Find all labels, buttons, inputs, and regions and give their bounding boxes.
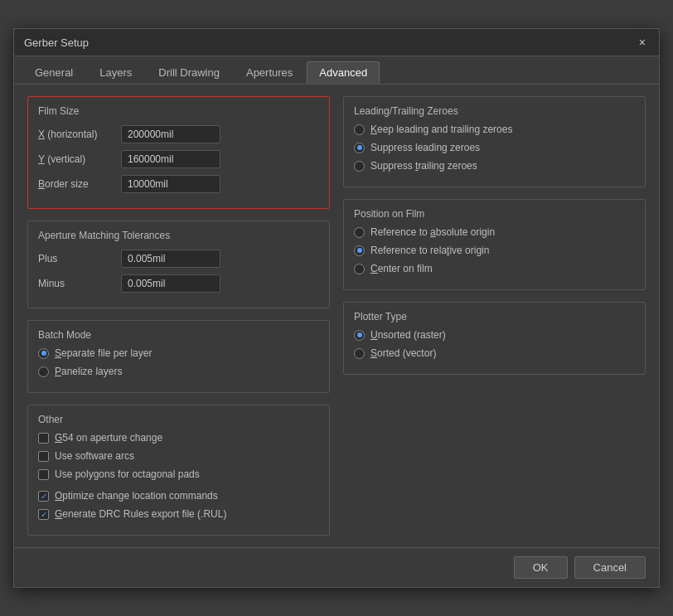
ref-relative-row[interactable]: Reference to relative origin xyxy=(354,245,635,256)
aperture-tolerances-title: Aperture Matching Tolerances xyxy=(38,230,319,241)
keep-zeroes-radio[interactable] xyxy=(354,124,365,135)
plus-label: Plus xyxy=(38,253,121,264)
close-button[interactable]: × xyxy=(636,36,649,49)
position-on-film-title: Position on Film xyxy=(354,208,635,220)
y-vertical-row: Y (vertical) xyxy=(38,150,319,168)
x-horizontal-input[interactable] xyxy=(121,125,220,143)
other-right-section: Optimize change location commands Genera… xyxy=(38,490,319,520)
tab-layers[interactable]: Layers xyxy=(87,61,144,84)
optimize-location-checkbox[interactable] xyxy=(38,491,49,502)
left-column: Film Size X (horizontal) Y (vertical) Bo… xyxy=(27,96,330,536)
ok-button[interactable]: OK xyxy=(514,556,568,579)
generate-drc-label: Generate DRC Rules export file (.RUL) xyxy=(55,508,226,520)
minus-input[interactable] xyxy=(121,274,220,293)
tab-advanced[interactable]: Advanced xyxy=(307,61,380,84)
aperture-tolerances-section: Aperture Matching Tolerances Plus Minus xyxy=(27,221,330,308)
optimize-location-label: Optimize change location commands xyxy=(55,490,218,502)
main-content: Film Size X (horizontal) Y (vertical) Bo… xyxy=(14,85,659,547)
center-on-film-row[interactable]: Center on film xyxy=(354,263,635,274)
sorted-radio[interactable] xyxy=(354,348,365,359)
plotter-type-section: Plotter Type Unsorted (raster) Sorted (v… xyxy=(343,302,646,375)
keep-zeroes-row[interactable]: Keep leading and trailing zeroes xyxy=(354,124,635,135)
ref-relative-label: Reference to relative origin xyxy=(370,245,489,256)
x-horizontal-row: X (horizontal) xyxy=(38,125,319,143)
title-bar: Gerber Setup × xyxy=(14,29,659,56)
separate-file-radio[interactable] xyxy=(38,348,49,359)
optimize-location-row[interactable]: Optimize change location commands xyxy=(38,490,319,502)
tab-general[interactable]: General xyxy=(22,61,85,84)
batch-mode-title: Batch Mode xyxy=(38,329,319,341)
other-section: Other G54 on aperture change Use softwar… xyxy=(27,405,330,536)
center-on-film-label: Center on film xyxy=(370,263,433,274)
suppress-leading-row[interactable]: Suppress leading zeroes xyxy=(354,142,635,153)
software-arcs-row[interactable]: Use software arcs xyxy=(38,450,319,462)
batch-mode-section: Batch Mode Separate file per layer Panel… xyxy=(27,320,330,393)
separate-file-label: Separate file per layer xyxy=(55,347,152,359)
polygons-pads-row[interactable]: Use polygons for octagonal pads xyxy=(38,468,319,480)
dialog-title: Gerber Setup xyxy=(24,36,89,49)
minus-row: Minus xyxy=(38,274,319,293)
tab-bar: General Layers Drill Drawing Apertures A… xyxy=(14,56,659,85)
unsorted-row[interactable]: Unsorted (raster) xyxy=(354,329,635,341)
suppress-leading-label: Suppress leading zeroes xyxy=(370,142,480,153)
suppress-leading-radio[interactable] xyxy=(354,143,365,153)
suppress-trailing-radio[interactable] xyxy=(354,161,365,172)
keep-zeroes-label: Keep leading and trailing zeroes xyxy=(370,124,512,135)
generate-drc-row[interactable]: Generate DRC Rules export file (.RUL) xyxy=(38,508,319,520)
center-on-film-radio[interactable] xyxy=(354,264,365,274)
gerber-setup-dialog: Gerber Setup × General Layers Drill Draw… xyxy=(13,28,660,588)
cancel-button[interactable]: Cancel xyxy=(574,556,646,579)
g54-checkbox[interactable] xyxy=(38,433,49,444)
footer: OK Cancel xyxy=(14,547,659,587)
sorted-label: Sorted (vector) xyxy=(370,347,436,359)
plus-input[interactable] xyxy=(121,250,220,268)
suppress-trailing-row[interactable]: Suppress trailing zeroes xyxy=(354,160,635,172)
border-label: Border size xyxy=(38,178,121,190)
tab-apertures[interactable]: Apertures xyxy=(234,61,305,84)
tab-drill-drawing[interactable]: Drill Drawing xyxy=(146,61,232,84)
right-column: Leading/Trailing Zeroes Keep leading and… xyxy=(343,96,646,536)
border-size-row: Border size xyxy=(38,175,319,193)
unsorted-radio[interactable] xyxy=(354,330,365,341)
position-on-film-section: Position on Film Reference to absolute o… xyxy=(343,199,646,290)
panelize-layers-row[interactable]: Panelize layers xyxy=(38,366,319,377)
plotter-type-title: Plotter Type xyxy=(354,311,635,323)
separate-file-row[interactable]: Separate file per layer xyxy=(38,347,319,359)
y-vertical-input[interactable] xyxy=(121,150,220,168)
panelize-layers-label: Panelize layers xyxy=(55,366,122,377)
g54-row[interactable]: G54 on aperture change xyxy=(38,432,319,444)
software-arcs-label: Use software arcs xyxy=(55,450,134,462)
other-left-col: G54 on aperture change Use software arcs… xyxy=(38,432,319,487)
software-arcs-checkbox[interactable] xyxy=(38,451,49,462)
film-size-title: Film Size xyxy=(38,105,319,117)
other-title: Other xyxy=(38,414,319,425)
unsorted-label: Unsorted (raster) xyxy=(370,329,446,341)
polygons-pads-checkbox[interactable] xyxy=(38,469,49,480)
panelize-layers-radio[interactable] xyxy=(38,366,49,377)
generate-drc-checkbox[interactable] xyxy=(38,509,49,520)
other-inner: G54 on aperture change Use software arcs… xyxy=(38,432,319,487)
ref-relative-radio[interactable] xyxy=(354,245,365,256)
plus-row: Plus xyxy=(38,250,319,268)
ref-absolute-label: Reference to absolute origin xyxy=(370,226,495,238)
ref-absolute-radio[interactable] xyxy=(354,227,365,238)
g54-label: G54 on aperture change xyxy=(55,432,162,444)
y-label: Y (vertical) xyxy=(38,153,121,165)
polygons-pads-label: Use polygons for octagonal pads xyxy=(55,468,200,480)
sorted-row[interactable]: Sorted (vector) xyxy=(354,347,635,359)
leading-trailing-section: Leading/Trailing Zeroes Keep leading and… xyxy=(343,96,646,187)
film-size-section: Film Size X (horizontal) Y (vertical) Bo… xyxy=(27,96,330,209)
border-size-input[interactable] xyxy=(121,175,220,193)
ref-absolute-row[interactable]: Reference to absolute origin xyxy=(354,226,635,238)
x-label: X (horizontal) xyxy=(38,129,121,140)
leading-trailing-title: Leading/Trailing Zeroes xyxy=(354,105,635,117)
suppress-trailing-label: Suppress trailing zeroes xyxy=(370,160,477,172)
minus-label: Minus xyxy=(38,278,121,289)
